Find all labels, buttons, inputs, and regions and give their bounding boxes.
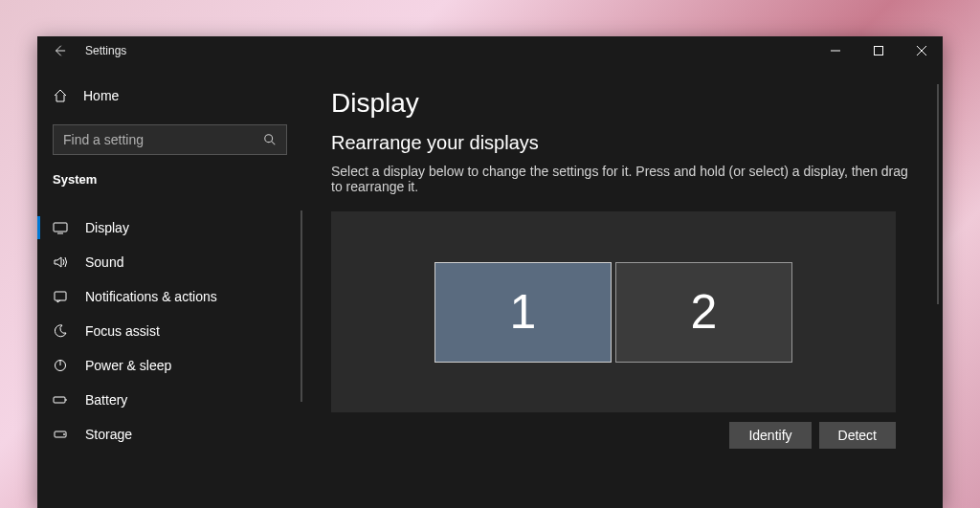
- titlebar: Settings: [37, 36, 943, 65]
- svg-rect-3: [55, 292, 66, 300]
- window-body: Home System Display: [37, 65, 943, 508]
- sound-icon: [53, 254, 68, 270]
- category-heading: System: [37, 170, 302, 201]
- svg-rect-5: [54, 397, 65, 403]
- svg-rect-2: [54, 223, 67, 232]
- search-icon: [263, 133, 277, 146]
- section-title: Rearrange your displays: [331, 132, 914, 154]
- sidebar-item-notifications[interactable]: Notifications & actions: [37, 279, 302, 314]
- display-icon: [53, 220, 68, 235]
- svg-point-1: [265, 135, 273, 143]
- svg-rect-0: [874, 47, 882, 55]
- window-title: Settings: [85, 44, 126, 57]
- sidebar-item-display[interactable]: Display: [37, 210, 302, 245]
- nav-list: Display Sound Notifications & actions: [37, 210, 302, 452]
- main-scrollbar[interactable]: [937, 84, 939, 304]
- display-button-row: Identify Detect: [331, 422, 896, 449]
- notifications-icon: [53, 289, 68, 304]
- home-icon: [53, 88, 68, 103]
- monitor-number: 2: [691, 284, 718, 340]
- category-label: System: [53, 172, 97, 187]
- search-box[interactable]: [53, 124, 287, 155]
- svg-point-7: [64, 434, 65, 435]
- nav-label: Storage: [85, 427, 132, 442]
- page-title: Display: [331, 88, 914, 119]
- battery-icon: [53, 392, 68, 408]
- sidebar-item-focus-assist[interactable]: Focus assist: [37, 314, 302, 348]
- search-input[interactable]: [63, 132, 263, 147]
- back-button[interactable]: [51, 42, 68, 59]
- detect-button[interactable]: Detect: [819, 422, 896, 449]
- focus-assist-icon: [53, 323, 68, 339]
- sidebar-item-storage[interactable]: Storage: [37, 417, 302, 452]
- sidebar-item-sound[interactable]: Sound: [37, 245, 302, 279]
- sidebar-item-power-sleep[interactable]: Power & sleep: [37, 348, 302, 383]
- nav-label: Focus assist: [85, 323, 160, 339]
- monitor-1[interactable]: 1: [434, 262, 612, 363]
- main-panel: Display Rearrange your displays Select a…: [302, 65, 943, 508]
- display-arrangement-panel[interactable]: 1 2: [331, 211, 896, 412]
- home-nav[interactable]: Home: [37, 78, 302, 113]
- maximize-button[interactable]: [857, 36, 900, 65]
- identify-button[interactable]: Identify: [729, 422, 811, 449]
- monitor-number: 1: [510, 284, 537, 340]
- window-controls: [813, 36, 943, 65]
- close-button[interactable]: [900, 36, 943, 65]
- monitor-2[interactable]: 2: [615, 262, 792, 363]
- storage-icon: [53, 427, 68, 442]
- minimize-button[interactable]: [813, 36, 857, 65]
- sidebar-item-battery[interactable]: Battery: [37, 383, 302, 417]
- nav-label: Notifications & actions: [85, 289, 217, 304]
- nav-label: Sound: [85, 254, 123, 270]
- sidebar: Home System Display: [37, 65, 302, 508]
- power-icon: [53, 358, 68, 373]
- nav-label: Battery: [85, 392, 127, 408]
- home-label: Home: [83, 88, 119, 103]
- nav-label: Display: [85, 220, 129, 235]
- section-description: Select a display below to change the set…: [331, 164, 914, 194]
- nav-label: Power & sleep: [85, 358, 171, 373]
- settings-window: Settings Home: [37, 36, 943, 508]
